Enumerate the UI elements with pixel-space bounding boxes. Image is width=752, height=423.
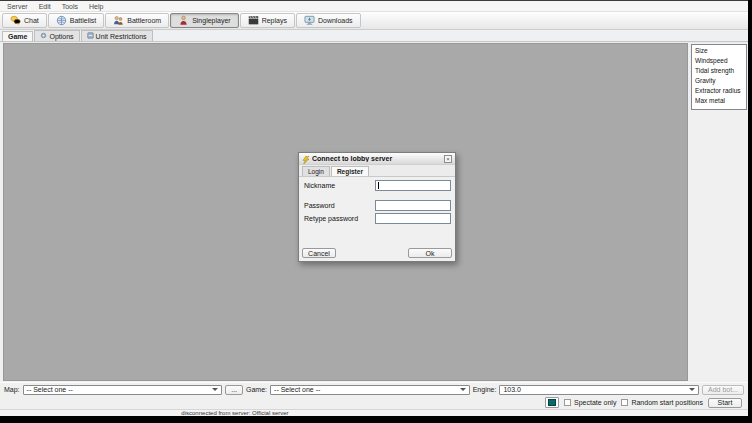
menu-edit[interactable]: Edit xyxy=(39,3,51,10)
random-start-option: Random start positions xyxy=(621,399,703,406)
toolbar-button-downloads[interactable]: Downloads xyxy=(296,13,361,28)
password-label: Password xyxy=(304,202,335,209)
tab-register[interactable]: Register xyxy=(331,166,369,176)
toolbar-button-battlelist[interactable]: Battlelist xyxy=(48,13,104,28)
close-icon[interactable]: × xyxy=(444,155,452,163)
toolbar-button-singleplayer[interactable]: Singleplayer xyxy=(170,13,239,28)
dialog-body: Nickname Password Retype password xyxy=(299,177,455,239)
random-start-checkbox[interactable] xyxy=(621,399,628,406)
tab-label: Options xyxy=(49,33,73,40)
start-button[interactable]: Start xyxy=(708,398,742,408)
list-item: Gravity xyxy=(692,76,746,86)
list-item: Tidal strength xyxy=(692,66,746,76)
globe-icon xyxy=(56,15,67,26)
tab-unit-restrictions[interactable]: Unit Restrictions xyxy=(81,30,153,41)
map-label: Map: xyxy=(4,386,20,393)
tab-login[interactable]: Login xyxy=(302,166,330,176)
list-item: Size xyxy=(692,46,746,56)
list-item: Windspeed xyxy=(692,56,746,66)
toolbar-label: Replays xyxy=(262,17,287,24)
chat-icon xyxy=(10,15,21,26)
menu-help[interactable]: Help xyxy=(89,3,103,10)
spectate-only-option: Spectate only xyxy=(564,399,616,406)
status-text: disconnected from server: Official serve… xyxy=(0,410,470,416)
tab-options[interactable]: Options xyxy=(34,30,79,41)
spectate-only-checkbox[interactable] xyxy=(564,399,571,406)
map-select-value: -- Select one -- xyxy=(27,386,73,393)
engine-label: Engine: xyxy=(473,386,497,393)
add-bot-button[interactable]: Add bot... xyxy=(702,385,744,395)
game-label: Game: xyxy=(246,386,267,393)
tab-game[interactable]: Game xyxy=(2,31,33,41)
menu-tools[interactable]: Tools xyxy=(62,3,78,10)
app-window: Server Edit Tools Help Chat Battlelist xyxy=(0,0,752,423)
connect-dialog: Connect to lobby server × Login Register… xyxy=(298,152,456,262)
status-bar: disconnected from server: Official serve… xyxy=(0,409,748,416)
engine-select-value: 103.0 xyxy=(503,386,521,393)
player-color-swatch xyxy=(548,399,556,406)
map-browse-button[interactable]: ... xyxy=(225,385,243,395)
map-select[interactable]: -- Select one -- xyxy=(23,385,223,395)
users-icon xyxy=(113,15,124,26)
map-info-panel: Size Windspeed Tidal strength Gravity Ex… xyxy=(690,43,748,381)
dialog-title: Connect to lobby server xyxy=(312,155,442,162)
toolbar-button-battleroom[interactable]: Battleroom xyxy=(105,13,169,28)
chevron-down-icon xyxy=(460,388,466,391)
tab-label: Unit Restrictions xyxy=(96,33,147,40)
cancel-button[interactable]: Cancel xyxy=(302,248,336,258)
retype-password-field[interactable] xyxy=(375,213,451,224)
random-start-label: Random start positions xyxy=(631,399,703,406)
nickname-row: Nickname xyxy=(299,180,455,191)
toolbar-label: Downloads xyxy=(318,17,353,24)
film-icon xyxy=(248,15,259,26)
password-row: Password xyxy=(299,200,455,211)
toolbar-label: Singleplayer xyxy=(192,17,231,24)
selection-bar: Map: -- Select one -- ... Game: -- Selec… xyxy=(0,382,748,396)
toolbar-label: Battlelist xyxy=(70,17,96,24)
menu-server[interactable]: Server xyxy=(7,3,28,10)
toolbar-button-chat[interactable]: Chat xyxy=(2,13,47,28)
nickname-field[interactable] xyxy=(375,180,451,191)
retype-password-label: Retype password xyxy=(304,215,358,222)
engine-select[interactable]: 103.0 xyxy=(499,385,699,395)
toolbar-label: Chat xyxy=(24,17,39,24)
game-select-value: -- Select one -- xyxy=(274,386,320,393)
toolbar-button-replays[interactable]: Replays xyxy=(240,13,295,28)
ok-button[interactable]: Ok xyxy=(408,248,452,258)
chevron-down-icon xyxy=(212,388,218,391)
retype-password-row: Retype password xyxy=(299,213,455,224)
dialog-titlebar[interactable]: Connect to lobby server × xyxy=(299,153,455,165)
options-icon xyxy=(40,32,47,40)
list-item: Extractor radius xyxy=(692,86,746,96)
spectate-only-label: Spectate only xyxy=(574,399,616,406)
game-select[interactable]: -- Select one -- xyxy=(270,385,470,395)
player-options-bar: Spectate only Random start positions Sta… xyxy=(0,396,748,409)
toolbar-label: Battleroom xyxy=(127,17,161,24)
menubar: Server Edit Tools Help xyxy=(0,1,748,12)
map-options-list: Size Windspeed Tidal strength Gravity Ex… xyxy=(691,44,747,110)
unit-restrictions-icon xyxy=(87,32,94,40)
tab-label: Game xyxy=(8,33,27,40)
battleroom-tabrow: Game Options Unit Restrictions xyxy=(0,30,748,42)
user-icon xyxy=(178,15,189,26)
dialog-buttons: Cancel Ok xyxy=(299,248,455,259)
download-icon xyxy=(304,15,315,26)
text-caret xyxy=(378,182,379,189)
dialog-tabs: Login Register xyxy=(299,165,455,177)
connect-icon xyxy=(302,150,310,168)
list-item: Max metal xyxy=(692,96,746,106)
nickname-label: Nickname xyxy=(304,182,335,189)
player-color-button[interactable] xyxy=(545,397,559,408)
main-toolbar: Chat Battlelist Battleroom Singleplayer xyxy=(0,12,748,30)
chevron-down-icon xyxy=(689,388,695,391)
password-field[interactable] xyxy=(375,200,451,211)
